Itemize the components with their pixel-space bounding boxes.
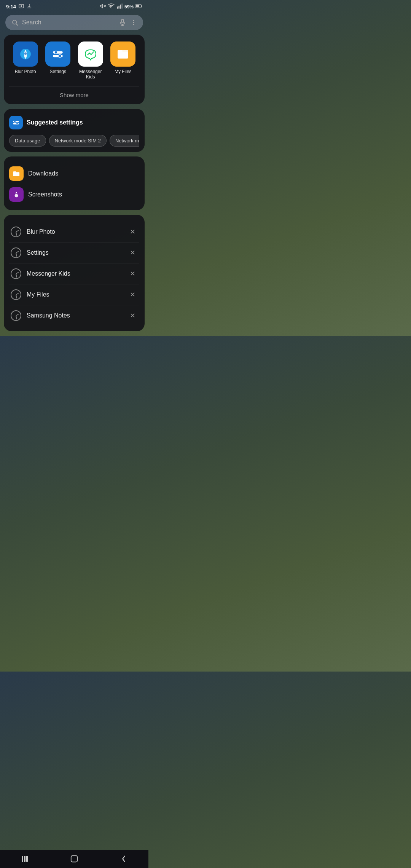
signal-icon <box>116 3 123 10</box>
recent-searches-card: Blur Photo ✕ Settings ✕ Messenger Kids ✕… <box>4 215 145 331</box>
recent-label-settings[interactable]: Settings <box>27 249 127 256</box>
search-icon <box>11 19 18 26</box>
recent-item-messenger-kids: Messenger Kids ✕ <box>9 263 139 284</box>
screenshots-item[interactable]: Screenshots <box>9 184 139 205</box>
svg-marker-4 <box>100 4 102 8</box>
app-item-messenger-kids[interactable]: MessengerKids <box>76 41 105 80</box>
svg-point-19 <box>133 20 134 21</box>
svg-line-15 <box>16 24 18 25</box>
settings-label: Settings <box>50 69 66 74</box>
recent-label-samsung-notes[interactable]: Samsung Notes <box>27 312 127 319</box>
svg-rect-9 <box>120 5 121 9</box>
clock-icon-blur-photo <box>11 227 21 237</box>
suggested-settings-header: Suggested settings <box>9 116 139 129</box>
chip-network-sim2[interactable]: Network mode SIM 2 <box>49 135 107 147</box>
svg-rect-38 <box>13 171 16 173</box>
svg-point-27 <box>59 54 62 57</box>
remove-settings-button[interactable]: ✕ <box>127 247 138 258</box>
recent-item-settings: Settings ✕ <box>9 243 139 263</box>
files-card: Downloads Screenshots <box>4 156 145 210</box>
svg-point-26 <box>54 51 57 54</box>
app-item-blur-photo[interactable]: Blur Photo <box>11 41 40 80</box>
svg-point-1 <box>21 5 22 7</box>
remove-messenger-kids-button[interactable]: ✕ <box>127 268 138 279</box>
suggested-settings-icon <box>9 116 23 129</box>
blur-photo-label: Blur Photo <box>15 69 36 74</box>
download-indicator-icon <box>27 3 32 10</box>
svg-rect-13 <box>141 5 142 6</box>
suggested-settings-card: Suggested settings Data usage Network mo… <box>4 109 145 152</box>
recent-label-blur-photo[interactable]: Blur Photo <box>27 228 127 235</box>
my-files-label: My Files <box>115 69 132 74</box>
recent-label-messenger-kids[interactable]: Messenger Kids <box>27 270 127 277</box>
suggested-settings-title: Suggested settings <box>27 119 83 126</box>
downloads-item[interactable]: Downloads <box>9 163 139 184</box>
svg-rect-31 <box>118 50 123 53</box>
messenger-kids-icon <box>78 41 103 67</box>
overflow-icon[interactable] <box>130 19 137 26</box>
search-input[interactable] <box>22 19 115 26</box>
svg-point-20 <box>133 22 134 23</box>
messenger-kids-label: MessengerKids <box>79 69 102 80</box>
search-bar[interactable] <box>5 15 143 30</box>
downloads-icon <box>9 166 24 181</box>
svg-rect-7 <box>117 6 118 8</box>
downloads-label: Downloads <box>28 170 58 177</box>
my-files-icon <box>110 41 135 67</box>
svg-rect-37 <box>13 172 19 176</box>
chip-network-sim1[interactable]: Network mode SI… <box>110 135 139 147</box>
recent-item-samsung-notes: Samsung Notes ✕ <box>9 305 139 326</box>
show-more-button[interactable]: Show more <box>9 91 139 99</box>
wifi-icon <box>108 3 115 10</box>
recent-label-my-files[interactable]: My Files <box>27 291 127 298</box>
svg-rect-12 <box>136 5 139 7</box>
silent-icon <box>100 3 106 10</box>
svg-point-35 <box>16 123 18 124</box>
remove-blur-photo-button[interactable]: ✕ <box>127 227 138 237</box>
svg-rect-10 <box>121 3 123 8</box>
chip-data-usage[interactable]: Data usage <box>9 135 46 147</box>
svg-rect-16 <box>122 19 124 23</box>
svg-point-34 <box>14 121 16 122</box>
svg-point-39 <box>15 194 18 197</box>
apps-grid: Blur Photo Settings MessengerKids <box>9 41 139 80</box>
apps-card: Blur Photo Settings MessengerKids <box>4 35 145 104</box>
battery-percent: 59% <box>124 4 134 10</box>
app-item-my-files[interactable]: My Files <box>108 41 138 80</box>
status-bar: 9:14 59% <box>0 0 148 12</box>
clock-icon-my-files <box>11 289 21 300</box>
time: 9:14 <box>6 4 16 10</box>
divider <box>9 86 139 86</box>
remove-samsung-notes-button[interactable]: ✕ <box>127 310 138 321</box>
svg-point-21 <box>133 24 134 25</box>
settings-icon <box>45 41 70 67</box>
status-right: 59% <box>100 3 142 10</box>
chip-row: Data usage Network mode SIM 2 Network mo… <box>9 135 139 147</box>
photo-indicator-icon <box>18 3 24 10</box>
clock-icon-messenger-kids <box>11 268 21 279</box>
svg-rect-30 <box>118 52 128 59</box>
screenshots-icon <box>9 187 24 202</box>
remove-my-files-button[interactable]: ✕ <box>127 289 138 300</box>
clock-icon-settings <box>11 247 21 258</box>
recent-item-my-files: My Files ✕ <box>9 284 139 305</box>
screenshots-label: Screenshots <box>28 191 62 198</box>
battery-icon <box>135 4 142 10</box>
status-left: 9:14 <box>6 3 32 10</box>
svg-point-23 <box>24 53 27 55</box>
mic-icon[interactable] <box>119 19 126 26</box>
blur-photo-icon <box>13 41 38 67</box>
recent-item-blur-photo: Blur Photo ✕ <box>9 222 139 243</box>
app-item-settings[interactable]: Settings <box>43 41 73 80</box>
search-bar-wrapper <box>0 12 148 35</box>
svg-rect-8 <box>118 6 119 9</box>
clock-icon-samsung-notes <box>11 310 21 321</box>
